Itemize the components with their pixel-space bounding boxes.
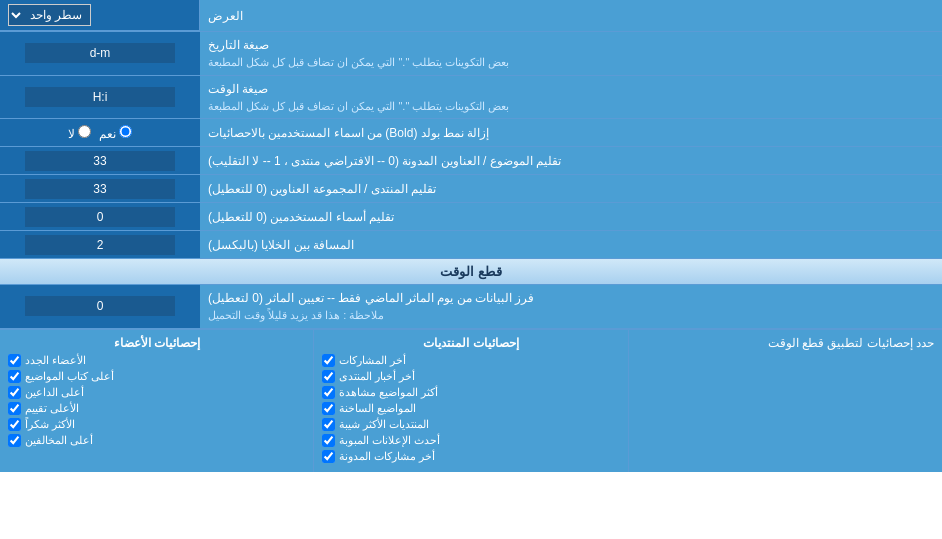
checkbox-top-referrers-input[interactable] bbox=[8, 386, 21, 399]
distance-label: المسافة بين الخلايا (بالبكسل) bbox=[200, 231, 942, 258]
bold-label: إزالة نمط بولد (Bold) من اسماء المستخدمي… bbox=[200, 119, 942, 146]
checkbox-top-posters: أعلى كتاب المواضيع bbox=[8, 370, 305, 383]
checkbox-last-posts: أخر المشاركات bbox=[322, 354, 619, 367]
stats-right-label: حدد إحصائيات لتطبيق قطع الوقت bbox=[637, 336, 934, 350]
distance-row: المسافة بين الخلايا (بالبكسل) bbox=[0, 231, 942, 259]
users-row: تقليم أسماء المستخدمين (0 للتعطيل) bbox=[0, 203, 942, 231]
main-container: العرض سطر واحدسطرانثلاثة أسطر صيغة التار… bbox=[0, 0, 942, 472]
cutoff-input[interactable] bbox=[25, 296, 175, 316]
checkbox-classifieds-input[interactable] bbox=[322, 434, 335, 447]
stats-section: حدد إحصائيات لتطبيق قطع الوقت إحصائيات ا… bbox=[0, 329, 942, 472]
bold-row: إزالة نمط بولد (Bold) من اسماء المستخدمي… bbox=[0, 119, 942, 147]
distance-input[interactable] bbox=[25, 235, 175, 255]
users-input-cell bbox=[0, 203, 200, 230]
date-format-label: صيغة التاريخ بعض التكوينات يتطلب "." الت… bbox=[200, 32, 942, 75]
checkbox-top-posters-input[interactable] bbox=[8, 370, 21, 383]
date-format-input[interactable] bbox=[25, 43, 175, 63]
checkbox-most-popular-input[interactable] bbox=[322, 418, 335, 431]
display-dropdown[interactable]: سطر واحدسطرانثلاثة أسطر bbox=[8, 4, 91, 26]
topics-label-text: تقليم الموضوع / العناوين المدونة (0 -- ا… bbox=[208, 154, 561, 168]
members-header: إحصائيات الأعضاء bbox=[8, 336, 305, 350]
checkbox-classifieds: أحدث الإعلانات المبوبة bbox=[322, 434, 619, 447]
bold-radio-yes-label: نعم bbox=[99, 125, 132, 141]
topics-row: تقليم الموضوع / العناوين المدونة (0 -- ا… bbox=[0, 147, 942, 175]
forum-input-cell bbox=[0, 175, 200, 202]
checkbox-top-violators-input[interactable] bbox=[8, 434, 21, 447]
checkbox-most-thanked-input[interactable] bbox=[8, 418, 21, 431]
bold-label-text: إزالة نمط بولد (Bold) من اسماء المستخدمي… bbox=[208, 126, 489, 140]
cutoff-label: فرز البيانات من يوم الماثر الماضي فقط --… bbox=[200, 285, 942, 328]
time-format-subtitle: بعض التكوينات يتطلب "." التي يمكن ان تضا… bbox=[208, 98, 509, 115]
cutoff-sublabel-text: ملاحظة : هذا قد يزيد قليلاً وقت التحميل bbox=[208, 307, 384, 324]
checkbox-top-violators: أعلى المخالفين bbox=[8, 434, 305, 447]
checkbox-blog-posts: أخر مشاركات المدونة bbox=[322, 450, 619, 463]
forum-label-text: تقليم المنتدى / المجموعة العناوين (0 للت… bbox=[208, 182, 436, 196]
forum-row: تقليم المنتدى / المجموعة العناوين (0 للت… bbox=[0, 175, 942, 203]
stats-members-panel: إحصائيات الأعضاء الأعضاء الجدد أعلى كتاب… bbox=[0, 330, 313, 472]
time-format-input[interactable] bbox=[25, 87, 175, 107]
date-format-row: صيغة التاريخ بعض التكوينات يتطلب "." الت… bbox=[0, 32, 942, 76]
page-title: العرض bbox=[208, 9, 243, 23]
time-format-input-cell bbox=[0, 76, 200, 119]
checkbox-top-rated-input[interactable] bbox=[8, 402, 21, 415]
bold-radio-cell: نعم لا bbox=[0, 119, 200, 146]
checkbox-most-thanked: الأكثر شكراً bbox=[8, 418, 305, 431]
cutoff-section-header: قطع الوقت bbox=[0, 259, 942, 285]
checkbox-top-rated: الأعلى تقييم bbox=[8, 402, 305, 415]
title-row: العرض سطر واحدسطرانثلاثة أسطر bbox=[0, 0, 942, 32]
cutoff-section-title: قطع الوقت bbox=[440, 264, 502, 279]
bold-radio-no-label: لا bbox=[68, 125, 91, 141]
date-format-subtitle: بعض التكوينات يتطلب "." التي يمكن ان تضا… bbox=[208, 54, 509, 71]
checkbox-blog-posts-input[interactable] bbox=[322, 450, 335, 463]
checkbox-hot-topics: المواضيع الساخنة bbox=[322, 402, 619, 415]
forum-label: تقليم المنتدى / المجموعة العناوين (0 للت… bbox=[200, 175, 942, 202]
bold-radio-yes[interactable] bbox=[119, 125, 132, 138]
cutoff-input-cell bbox=[0, 285, 200, 328]
distance-input-cell bbox=[0, 231, 200, 258]
stats-posts-panel: إحصائيات المنتديات أخر المشاركات أخر أخب… bbox=[313, 330, 628, 472]
date-format-title: صيغة التاريخ bbox=[208, 36, 269, 54]
users-input[interactable] bbox=[25, 207, 175, 227]
checkbox-new-members: الأعضاء الجدد bbox=[8, 354, 305, 367]
checkbox-most-viewed-input[interactable] bbox=[322, 386, 335, 399]
time-format-title: صيغة الوقت bbox=[208, 80, 268, 98]
time-format-label: صيغة الوقت بعض التكوينات يتطلب "." التي … bbox=[200, 76, 942, 119]
checkbox-last-posts-input[interactable] bbox=[322, 354, 335, 367]
users-label: تقليم أسماء المستخدمين (0 للتعطيل) bbox=[200, 203, 942, 230]
checkbox-most-viewed: أكثر المواضيع مشاهدة bbox=[322, 386, 619, 399]
checkbox-new-members-input[interactable] bbox=[8, 354, 21, 367]
cutoff-row: فرز البيانات من يوم الماثر الماضي فقط --… bbox=[0, 285, 942, 329]
checkbox-most-popular: المنتديات الأكثر شيبة bbox=[322, 418, 619, 431]
checkbox-forum-news: أخر أخبار المنتدى bbox=[322, 370, 619, 383]
checkbox-forum-news-input[interactable] bbox=[322, 370, 335, 383]
stats-right-panel: حدد إحصائيات لتطبيق قطع الوقت bbox=[629, 330, 942, 472]
posts-header: إحصائيات المنتديات bbox=[322, 336, 619, 350]
checkbox-top-referrers: أعلى الداعين bbox=[8, 386, 305, 399]
page-title-label: العرض bbox=[200, 0, 942, 31]
checkbox-hot-topics-input[interactable] bbox=[322, 402, 335, 415]
bold-radio-no[interactable] bbox=[78, 125, 91, 138]
dropdown-cell[interactable]: سطر واحدسطرانثلاثة أسطر bbox=[0, 0, 200, 31]
time-format-row: صيغة الوقت بعض التكوينات يتطلب "." التي … bbox=[0, 76, 942, 120]
topics-label: تقليم الموضوع / العناوين المدونة (0 -- ا… bbox=[200, 147, 942, 174]
cutoff-label-text: فرز البيانات من يوم الماثر الماضي فقط --… bbox=[208, 289, 534, 307]
topics-input-cell bbox=[0, 147, 200, 174]
users-label-text: تقليم أسماء المستخدمين (0 للتعطيل) bbox=[208, 210, 394, 224]
forum-input[interactable] bbox=[25, 179, 175, 199]
topics-input[interactable] bbox=[25, 151, 175, 171]
distance-label-text: المسافة بين الخلايا (بالبكسل) bbox=[208, 238, 354, 252]
date-format-input-cell bbox=[0, 32, 200, 75]
